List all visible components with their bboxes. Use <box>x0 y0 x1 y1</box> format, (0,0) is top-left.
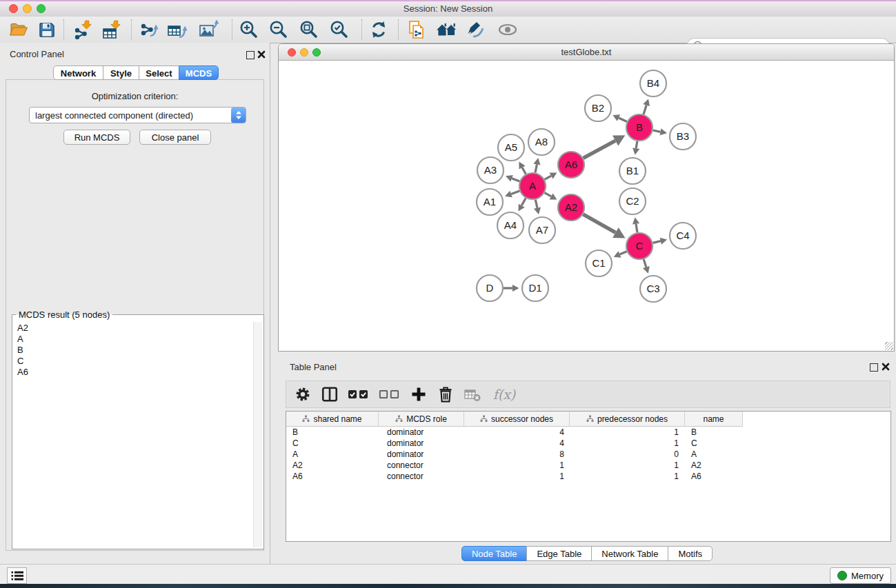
show-graphics-button[interactable] <box>497 19 519 41</box>
cell-shared_name[interactable]: A2 <box>286 460 379 470</box>
export-table-button[interactable] <box>166 19 188 41</box>
add-column-button[interactable] <box>408 384 430 405</box>
tab-network[interactable]: Network <box>53 65 103 80</box>
cell-predecessor_nodes[interactable]: 0 <box>570 449 685 459</box>
cell-mcds_role[interactable]: connector <box>379 460 464 470</box>
cell-name[interactable]: C <box>685 438 743 448</box>
edge-A-A5[interactable] <box>522 168 526 174</box>
cell-shared_name[interactable]: A <box>286 449 379 459</box>
run-mcds-button[interactable]: Run MCDS <box>63 130 130 145</box>
mcds-result-item[interactable]: B <box>17 345 28 356</box>
column-header-name[interactable]: name <box>685 412 743 427</box>
cell-successor_nodes[interactable]: 8 <box>464 449 570 459</box>
cell-predecessor_nodes[interactable]: 1 <box>570 460 685 470</box>
cell-mcds_role[interactable]: dominator <box>379 449 464 459</box>
table-row[interactable]: A2connector11A2 <box>286 460 890 471</box>
cell-name[interactable]: B <box>685 427 743 437</box>
open-session-button[interactable] <box>8 19 30 41</box>
edge-A-A8[interactable] <box>535 164 537 172</box>
column-header-MCDS-role[interactable]: MCDS role <box>379 412 464 427</box>
cell-predecessor_nodes[interactable]: 1 <box>570 438 685 448</box>
zoom-out-button[interactable] <box>268 19 290 41</box>
home-button[interactable] <box>435 19 457 41</box>
tab-select[interactable]: Select <box>139 65 179 80</box>
edge-B-B1[interactable] <box>636 141 637 149</box>
tab-network-table[interactable]: Network Table <box>591 546 668 561</box>
edge-A6-B[interactable] <box>584 141 616 158</box>
tab-motifs[interactable]: Motifs <box>668 546 713 561</box>
export-image-button[interactable] <box>198 19 220 41</box>
edge-C-C1[interactable] <box>619 252 626 254</box>
export-network-button[interactable] <box>138 19 160 41</box>
mcds-result-item[interactable]: A <box>17 334 28 345</box>
float-panel-icon[interactable] <box>246 51 255 59</box>
function-builder-button[interactable]: f(x) <box>488 384 520 405</box>
edge-B-B3[interactable] <box>653 130 661 132</box>
column-header-successor-nodes[interactable]: successor nodes <box>464 412 570 427</box>
edge-A-A2[interactable] <box>544 193 551 196</box>
cell-shared_name[interactable]: C <box>286 438 379 448</box>
cell-successor_nodes[interactable]: 1 <box>464 472 570 481</box>
network-window-titlebar[interactable]: testGlobe.txt <box>279 44 894 61</box>
cell-shared_name[interactable]: B <box>286 427 379 437</box>
cell-mcds_role[interactable]: dominator <box>379 438 464 448</box>
table-row[interactable]: A6connector11A6 <box>286 471 890 482</box>
tab-edge-table[interactable]: Edge Table <box>526 546 592 561</box>
network-graph-canvas[interactable]: B4B2BB3A8A5A6A3B1AC2A1A2A4A7C4CC1DD1C3 <box>279 61 894 351</box>
edge-B-B2[interactable] <box>619 118 627 122</box>
mcds-result-item[interactable]: A6 <box>17 367 28 378</box>
close-table-panel-icon[interactable] <box>882 363 890 371</box>
edge-C-C3[interactable] <box>644 259 646 267</box>
tab-style[interactable]: Style <box>103 65 139 80</box>
close-panel-icon[interactable] <box>257 50 266 59</box>
table-row[interactable]: Cdominator41C <box>286 438 890 449</box>
window-resize-grip[interactable] <box>885 342 893 350</box>
table-row[interactable]: Bdominator41B <box>286 427 890 438</box>
column-header-predecessor-nodes[interactable]: predecessor nodes <box>570 412 685 427</box>
zoom-in-button[interactable] <box>238 19 260 41</box>
edge-A-A6[interactable] <box>544 176 551 179</box>
deselect-all-button[interactable] <box>377 384 403 405</box>
cell-name[interactable]: A6 <box>685 472 743 481</box>
edge-A-A3[interactable] <box>512 179 519 181</box>
refresh-button[interactable] <box>368 19 390 41</box>
clone-network-button[interactable] <box>406 19 428 41</box>
edge-A-A7[interactable] <box>535 200 537 208</box>
edge-C-C2[interactable] <box>636 224 637 233</box>
cell-mcds_role[interactable]: dominator <box>379 427 464 437</box>
tab-node-table[interactable]: Node Table <box>461 546 528 561</box>
import-table-button[interactable] <box>101 19 123 41</box>
cell-shared_name[interactable]: A6 <box>286 472 379 481</box>
memory-button[interactable]: Memory <box>830 567 891 584</box>
edge-B-B4[interactable] <box>644 105 646 114</box>
cell-successor_nodes[interactable]: 4 <box>464 427 570 437</box>
zoom-selected-button[interactable] <box>328 19 350 41</box>
cell-name[interactable]: A2 <box>685 460 743 470</box>
cell-name[interactable]: A <box>685 449 743 459</box>
cell-predecessor_nodes[interactable]: 1 <box>570 427 685 437</box>
edge-A-A1[interactable] <box>511 191 519 194</box>
table-options-button[interactable] <box>292 384 314 405</box>
cell-successor_nodes[interactable]: 4 <box>464 438 570 448</box>
mcds-result-item[interactable]: C <box>17 356 28 367</box>
table-row[interactable]: Adominator80A <box>286 449 890 460</box>
task-history-button[interactable] <box>7 567 27 584</box>
close-panel-button[interactable]: Close panel <box>139 130 211 145</box>
column-header-shared-name[interactable]: shared name <box>286 412 379 427</box>
zoom-fit-button[interactable] <box>298 19 320 41</box>
edge-A2-C[interactable] <box>583 214 615 233</box>
tab-mcds[interactable]: MCDS <box>179 65 219 80</box>
cell-mcds_role[interactable]: connector <box>379 472 464 481</box>
cell-predecessor_nodes[interactable]: 1 <box>570 472 685 481</box>
save-session-button[interactable] <box>36 19 58 41</box>
import-network-button[interactable] <box>72 19 94 41</box>
mcds-result-scrollbar[interactable] <box>253 322 262 547</box>
float-table-panel-icon[interactable] <box>870 363 878 372</box>
select-all-button[interactable] <box>346 384 372 405</box>
edge-C-C4[interactable] <box>653 241 660 243</box>
delete-table-button[interactable] <box>461 384 484 405</box>
criterion-dropdown[interactable]: largest connected component (directed) <box>29 107 246 123</box>
annotate-button[interactable] <box>464 19 486 41</box>
edge-A-A4[interactable] <box>521 198 526 205</box>
delete-columns-button[interactable] <box>435 384 457 405</box>
